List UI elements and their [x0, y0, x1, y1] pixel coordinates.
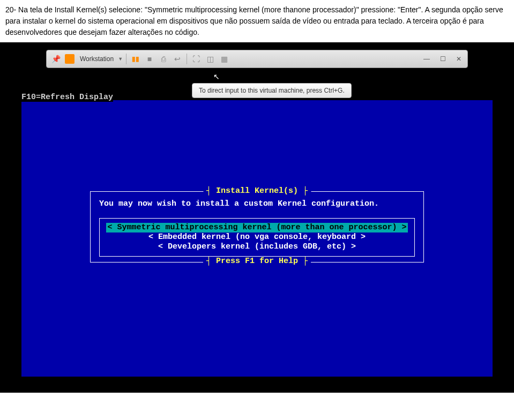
install-kernel-dialog: ┤ Install Kernel(s) ├ You may now wish t… [90, 191, 424, 262]
unity-button[interactable]: ◫ [204, 53, 216, 65]
maximize-button[interactable]: ☐ [437, 54, 448, 64]
option-embedded[interactable]: < Embedded kernel (no vga console, keybo… [100, 232, 414, 242]
separator [126, 54, 126, 64]
instruction-text: 20- Na tela de Install Kernel(s) selecio… [0, 0, 514, 42]
logo-icon[interactable] [64, 53, 76, 65]
fullscreen-button[interactable]: ⛶ [190, 53, 202, 65]
option-developers[interactable]: < Developers kernel (includes GDB, etc) … [100, 242, 414, 252]
console[interactable]: F10=Refresh Display ┤ Install Kernel(s) … [21, 100, 493, 377]
description-text: 20- Na tela de Install Kernel(s) selecio… [5, 5, 503, 36]
workstation-label[interactable]: Workstation [78, 55, 116, 63]
vm-window: 📌 Workstation ▼ ▮▮ ■ ⎙ ↩ ⛶ ◫ ▦ — ☐ ✕ ↖ T… [0, 42, 514, 393]
snapshot-button[interactable]: ⎙ [158, 53, 169, 65]
help-label: ┤ Press F1 for Help ├ [203, 257, 311, 266]
option-smp[interactable]: < Symmetric multiprocessing kernel (more… [100, 223, 414, 232]
close-button[interactable]: ✕ [453, 54, 464, 64]
revert-button[interactable]: ↩ [172, 53, 183, 65]
refresh-label: F10=Refresh Display [21, 93, 113, 102]
stop-button[interactable]: ■ [144, 53, 155, 65]
cursor-icon: ↖ [213, 72, 352, 81]
view-button[interactable]: ▦ [218, 53, 230, 65]
pause-button[interactable]: ▮▮ [130, 53, 141, 65]
vmware-toolbar: 📌 Workstation ▼ ▮▮ ■ ⎙ ↩ ⛶ ◫ ▦ — ☐ ✕ [46, 50, 468, 68]
separator [187, 54, 187, 64]
dropdown-arrow-icon[interactable]: ▼ [118, 56, 123, 62]
pin-icon[interactable]: 📌 [50, 53, 62, 65]
tooltip-container: ↖ To direct input to this virtual machin… [192, 72, 352, 98]
input-tooltip: To direct input to this virtual machine,… [192, 83, 352, 98]
dialog-instruction: You may now wish to install a custom Ker… [99, 199, 415, 208]
dialog-title: ┤ Install Kernel(s) ├ [203, 186, 311, 196]
minimize-button[interactable]: — [421, 54, 432, 64]
options-box: < Symmetric multiprocessing kernel (more… [99, 218, 415, 257]
